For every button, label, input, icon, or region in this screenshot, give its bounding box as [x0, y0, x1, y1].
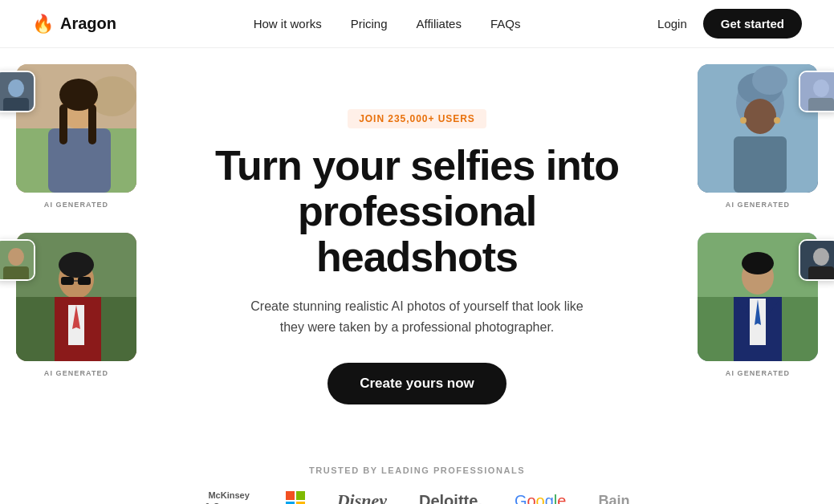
- cta-button[interactable]: Create yours now: [327, 363, 507, 404]
- svg-rect-16: [78, 277, 91, 285]
- logo-mckinsey: McKinsey& Company: [205, 490, 254, 504]
- logo-text: Aragon: [60, 14, 116, 33]
- nav-how-it-works[interactable]: How it works: [254, 17, 322, 30]
- svg-point-27: [752, 66, 787, 95]
- ai-label-top-left: AI GENERATED: [16, 201, 136, 209]
- svg-point-9: [8, 79, 24, 97]
- logo-bain: Bain: [598, 493, 629, 504]
- svg-point-30: [774, 117, 780, 124]
- svg-point-22: [8, 248, 24, 266]
- join-badge: JOIN 235,000+ USERS: [348, 109, 486, 128]
- nav-links: How it works Pricing Affiliates FAQs: [254, 17, 521, 31]
- hero-center: JOIN 235,000+ USERS Turn your selfies in…: [209, 109, 626, 405]
- nav-affiliates[interactable]: Affiliates: [417, 17, 462, 30]
- hero-title: Turn your selfies into professional head…: [209, 143, 626, 281]
- logo-deloitte: Deloitte.: [419, 492, 482, 504]
- svg-rect-4: [48, 128, 111, 193]
- nav-pricing[interactable]: Pricing: [351, 17, 388, 30]
- logo-disney: Disney: [337, 490, 387, 504]
- svg-rect-46: [808, 266, 834, 281]
- trusted-logos: McKinsey& Company Disney Deloitte. Googl…: [0, 490, 834, 504]
- hero-left-photos: AI GENERATED: [16, 64, 136, 377]
- ai-label-bottom-right: AI GENERATED: [698, 369, 818, 377]
- ai-label-bottom-left: AI GENERATED: [16, 369, 136, 377]
- photo-small-man-dark-thumb: [799, 239, 834, 281]
- svg-point-28: [744, 99, 776, 134]
- photo-group-bottom-right: AI GENERATED: [698, 233, 818, 377]
- svg-rect-15: [61, 277, 74, 285]
- svg-point-41: [742, 252, 774, 274]
- get-started-button[interactable]: Get started: [703, 9, 802, 39]
- trusted-section: TRUSTED BY LEADING PROFESSIONALS McKinse…: [0, 457, 834, 504]
- svg-point-33: [813, 79, 829, 97]
- photo-outdoor-thumb: [0, 239, 35, 281]
- photo-group-top-right: AI GENERATED: [698, 64, 818, 209]
- logo-microsoft: [286, 491, 305, 504]
- nav-faqs[interactable]: FAQs: [490, 17, 521, 30]
- hero-subtitle: Create stunning realistic AI photos of y…: [249, 296, 586, 337]
- photo-man-thumb: [0, 71, 35, 112]
- photo-small-woman-thumb: [799, 71, 834, 112]
- svg-point-20: [59, 252, 94, 278]
- ai-label-top-right: AI GENERATED: [698, 201, 818, 209]
- photo-group-top-left: AI GENERATED: [16, 64, 136, 209]
- photo-group-bottom-left: AI GENERATED: [16, 233, 136, 377]
- navbar: 🔥 Aragon How it works Pricing Affiliates…: [0, 0, 834, 48]
- svg-rect-23: [3, 266, 29, 281]
- nav-actions: Login Get started: [657, 9, 802, 39]
- svg-point-45: [813, 248, 829, 266]
- svg-rect-34: [808, 98, 834, 112]
- hero-right-photos: AI GENERATED: [698, 64, 818, 377]
- logo[interactable]: 🔥 Aragon: [32, 14, 116, 35]
- svg-rect-10: [3, 98, 29, 112]
- logo-google: Google: [515, 492, 567, 504]
- svg-rect-6: [59, 104, 67, 144]
- trusted-label: TRUSTED BY LEADING PROFESSIONALS: [0, 465, 834, 475]
- svg-point-29: [740, 117, 747, 124]
- svg-rect-31: [734, 136, 787, 193]
- svg-rect-7: [88, 104, 96, 144]
- logo-flame-icon: 🔥: [32, 14, 54, 35]
- login-button[interactable]: Login: [657, 17, 687, 30]
- hero-section: AI GENERATED: [0, 48, 834, 457]
